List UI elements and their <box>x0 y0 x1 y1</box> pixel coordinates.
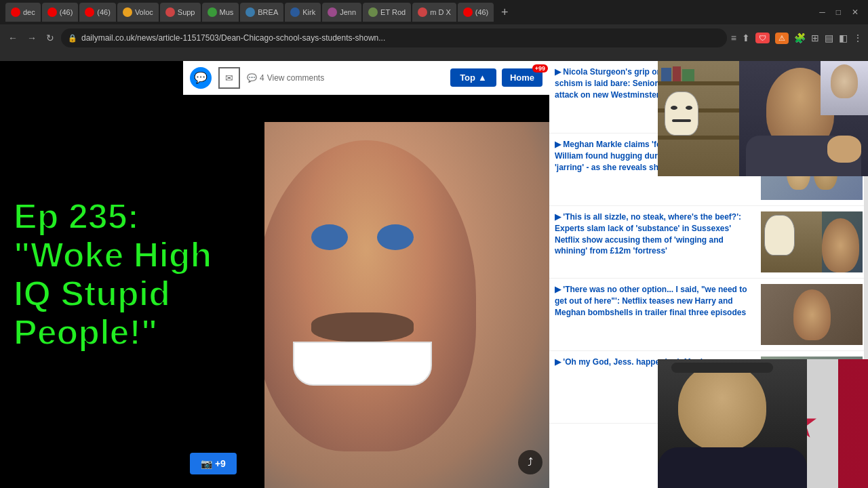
share-button[interactable]: ⤴ <box>518 450 542 474</box>
new-tab-button[interactable]: + <box>495 3 514 22</box>
tab-controls: ─ □ ✕ <box>815 6 863 18</box>
tab-label-jenn: Jenn <box>340 8 356 16</box>
messenger-icon[interactable]: 💬 <box>190 67 212 89</box>
view-comments-label: View comments <box>267 73 324 83</box>
tab-label-brea: BREA <box>258 8 278 16</box>
forward-button[interactable]: → <box>24 31 39 45</box>
tab-brea[interactable]: BREA <box>240 3 283 22</box>
tab-label-yt3: (46) <box>475 8 489 16</box>
tab-supp[interactable]: Supp <box>160 3 201 22</box>
tab-favicon-rod <box>368 7 378 17</box>
shield-icon[interactable]: 🛡 <box>755 33 770 43</box>
tab-favicon-yt3 <box>463 7 473 17</box>
maximize-button[interactable]: □ <box>832 6 845 18</box>
tab-favicon-kirk <box>290 7 300 17</box>
tab-mus[interactable]: Mus <box>202 3 239 22</box>
speech-bubble-icon: 💬 <box>247 73 257 83</box>
tab-label-kirk: Kirk <box>302 8 315 16</box>
tab-favicon-yt2 <box>85 7 94 17</box>
news-article-3[interactable]: 'This is all sizzle, no steak, where's t… <box>549 206 868 279</box>
tab-favicon-dec <box>11 7 20 17</box>
hamburger-menu-icon[interactable]: ≡ <box>731 33 736 43</box>
tab-rod[interactable]: ET Rod <box>363 3 411 22</box>
tab-label-yt1: (46) <box>60 8 73 16</box>
wallet-icon[interactable]: ◧ <box>839 33 848 43</box>
tab-favicon-voloc <box>123 7 132 17</box>
tab-kirk[interactable]: Kirk <box>285 3 321 22</box>
menu-icon[interactable]: ⋮ <box>853 33 863 43</box>
back-button[interactable]: ← <box>5 31 20 45</box>
tab-label-supp: Supp <box>178 8 195 16</box>
tab-bar: dec (46) (46) Voloc Supp Mus BREA Kirk <box>0 0 868 24</box>
address-bar-row: ← → ↻ 🔒 dailymail.co.uk/news/article-115… <box>0 24 868 52</box>
tab-favicon-jenn <box>328 7 337 17</box>
webcam-bottom-right <box>658 359 868 488</box>
close-button[interactable]: ✕ <box>848 6 863 18</box>
refresh-button[interactable]: ↻ <box>43 31 57 45</box>
tab-label-yt2: (46) <box>97 8 111 16</box>
comments-count: 4 <box>260 73 264 83</box>
article-toolbar: 💬 ✉ 💬 4 View comments Top ▲ Home +99 <box>183 61 549 95</box>
comments-button[interactable]: 💬 4 View comments <box>247 73 324 83</box>
tab-jenn[interactable]: Jenn <box>322 3 361 22</box>
tab-favicon-mdx <box>418 7 427 17</box>
address-bar[interactable]: 🔒 dailymail.co.uk/news/article-11517503/… <box>61 28 727 47</box>
news-headline-3: 'This is all sizzle, no steak, where's t… <box>555 212 741 256</box>
tab-dec[interactable]: dec <box>5 3 41 22</box>
lock-icon: 🔒 <box>68 34 77 43</box>
main-content: Ep 235: "Woke High IQ Stupid People!" 💬 … <box>0 61 868 488</box>
tab-favicon-yt1 <box>47 7 57 17</box>
tab-mdx[interactable]: m D X <box>412 3 456 22</box>
news-thumb-3 <box>761 211 863 272</box>
tab-label-voloc: Voloc <box>135 8 153 16</box>
home-button-label: Home <box>510 73 534 83</box>
extensions-icon[interactable]: 🧩 <box>794 33 806 43</box>
warning-icon[interactable]: ⚠ <box>775 33 789 44</box>
share-icon: ⤴ <box>528 456 533 468</box>
chevron-up-icon: ▲ <box>478 73 487 83</box>
top-button[interactable]: Top ▲ <box>450 68 496 87</box>
browser-chrome: dec (46) (46) Voloc Supp Mus BREA Kirk <box>0 0 868 61</box>
webcam-top-right <box>658 61 868 176</box>
tab-label-rod: ET Rod <box>380 8 406 16</box>
home-badge: +99 <box>532 64 548 73</box>
photo-count-button[interactable]: 📷 +9 <box>190 453 237 474</box>
tab-label-mus: Mus <box>220 8 234 16</box>
tab-voloc[interactable]: Voloc <box>117 3 159 22</box>
tab-favicon-brea <box>245 7 255 17</box>
news-thumb-4 <box>761 284 863 345</box>
tab-yt3[interactable]: (46) <box>458 3 494 22</box>
share-icon[interactable]: ⬆ <box>742 33 750 43</box>
bookmarks-icon[interactable]: ⊞ <box>811 33 819 43</box>
home-button[interactable]: Home +99 <box>502 68 542 87</box>
news-article-4[interactable]: 'There was no other option... I said, "w… <box>549 279 868 351</box>
mail-button[interactable]: ✉ <box>218 67 240 89</box>
photo-count-label: 📷 +9 <box>201 458 226 469</box>
episode-panel: Ep 235: "Woke High IQ Stupid People!" <box>0 61 264 488</box>
tab-favicon-supp <box>165 7 175 17</box>
tab-favicon-mus <box>208 7 217 17</box>
tab-yt1[interactable]: (46) <box>42 3 79 22</box>
minimize-button[interactable]: ─ <box>815 6 829 18</box>
news-text-4: 'There was no other option... I said, "w… <box>555 284 755 345</box>
sidebar-icon[interactable]: ▤ <box>825 33 833 43</box>
tab-label-dec: dec <box>23 8 35 16</box>
url-text: dailymail.co.uk/news/article-11517503/De… <box>81 33 720 43</box>
episode-title: Ep 235: "Woke High IQ Stupid People!" <box>0 184 264 366</box>
news-text-3: 'This is all sizzle, no steak, where's t… <box>555 211 755 272</box>
news-headline-4: 'There was no other option... I said, "w… <box>555 285 747 317</box>
tab-yt2[interactable]: (46) <box>79 3 116 22</box>
toolbar-icons: ≡ ⬆ 🛡 ⚠ 🧩 ⊞ ▤ ◧ ⋮ <box>731 33 863 44</box>
tab-label-mdx: m D X <box>430 8 451 16</box>
top-button-label: Top <box>460 73 475 83</box>
webcam-feed-1 <box>658 61 868 176</box>
